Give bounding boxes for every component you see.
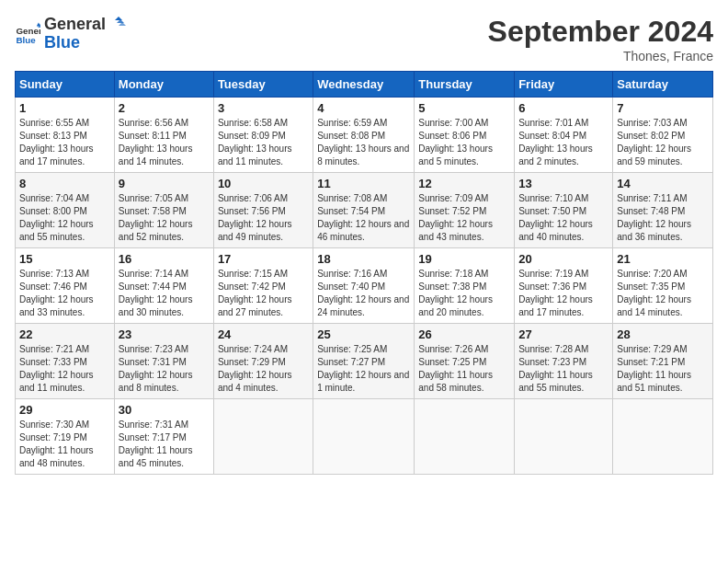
day-info: Sunrise: 7:14 AM Sunset: 7:44 PM Dayligh… xyxy=(119,268,210,319)
day-number: 9 xyxy=(119,177,210,190)
logo: General Blue General Blue xyxy=(15,15,126,52)
day-info: Sunrise: 7:23 AM Sunset: 7:31 PM Dayligh… xyxy=(119,343,210,395)
day-number: 17 xyxy=(218,252,309,266)
calendar-cell xyxy=(313,399,415,475)
day-number: 16 xyxy=(119,252,210,266)
day-number: 15 xyxy=(19,252,110,266)
day-number: 21 xyxy=(617,252,709,266)
day-info: Sunrise: 7:06 AM Sunset: 7:56 PM Dayligh… xyxy=(218,192,309,244)
calendar-cell xyxy=(213,399,313,475)
day-info: Sunrise: 7:13 AM Sunset: 7:46 PM Dayligh… xyxy=(19,268,110,319)
day-info: Sunrise: 7:28 AM Sunset: 7:23 PM Dayligh… xyxy=(518,343,609,395)
day-number: 8 xyxy=(19,177,110,190)
calendar-week-row: 29 Sunrise: 7:30 AM Sunset: 7:19 PM Dayl… xyxy=(16,399,713,475)
day-info: Sunrise: 7:03 AM Sunset: 8:02 PM Dayligh… xyxy=(617,117,709,168)
day-number: 11 xyxy=(317,177,410,190)
day-number: 5 xyxy=(418,101,510,115)
page-header: General Blue General Blue September 2024… xyxy=(15,15,713,63)
day-number: 29 xyxy=(19,403,110,417)
day-info: Sunrise: 6:55 AM Sunset: 8:13 PM Dayligh… xyxy=(19,117,110,168)
day-info: Sunrise: 7:15 AM Sunset: 7:42 PM Dayligh… xyxy=(218,268,309,319)
day-info: Sunrise: 7:09 AM Sunset: 7:52 PM Dayligh… xyxy=(418,192,510,244)
day-number: 28 xyxy=(617,327,709,341)
day-info: Sunrise: 7:21 AM Sunset: 7:33 PM Dayligh… xyxy=(19,343,110,395)
calendar-cell: 26 Sunrise: 7:26 AM Sunset: 7:25 PM Dayl… xyxy=(415,324,515,399)
calendar-cell: 1 Sunrise: 6:55 AM Sunset: 8:13 PM Dayli… xyxy=(16,98,115,173)
day-number: 13 xyxy=(518,177,609,190)
calendar-cell: 3 Sunrise: 6:58 AM Sunset: 8:09 PM Dayli… xyxy=(213,98,313,173)
calendar-cell: 23 Sunrise: 7:23 AM Sunset: 7:31 PM Dayl… xyxy=(114,324,213,399)
day-number: 14 xyxy=(617,177,709,190)
calendar-header-row: SundayMondayTuesdayWednesdayThursdayFrid… xyxy=(16,72,713,98)
day-info: Sunrise: 7:20 AM Sunset: 7:35 PM Dayligh… xyxy=(617,268,709,319)
calendar-cell xyxy=(613,399,713,475)
calendar-week-row: 15 Sunrise: 7:13 AM Sunset: 7:46 PM Dayl… xyxy=(16,248,713,324)
calendar-cell: 4 Sunrise: 6:59 AM Sunset: 8:08 PM Dayli… xyxy=(313,98,415,173)
day-number: 24 xyxy=(218,327,309,341)
location-title: Thones, France xyxy=(488,49,713,63)
day-number: 7 xyxy=(617,101,709,115)
day-info: Sunrise: 7:18 AM Sunset: 7:38 PM Dayligh… xyxy=(418,268,510,319)
day-number: 10 xyxy=(218,177,309,190)
month-title: September 2024 xyxy=(488,15,713,49)
calendar-week-row: 22 Sunrise: 7:21 AM Sunset: 7:33 PM Dayl… xyxy=(16,324,713,399)
calendar-cell: 6 Sunrise: 7:01 AM Sunset: 8:04 PM Dayli… xyxy=(515,98,613,173)
logo-icon: General Blue xyxy=(15,21,40,47)
day-info: Sunrise: 7:25 AM Sunset: 7:27 PM Dayligh… xyxy=(317,343,410,395)
header-tuesday: Tuesday xyxy=(213,72,313,98)
header-wednesday: Wednesday xyxy=(313,72,415,98)
day-number: 4 xyxy=(317,101,410,115)
calendar-table: SundayMondayTuesdayWednesdayThursdayFrid… xyxy=(15,71,713,475)
day-number: 1 xyxy=(19,101,110,115)
day-number: 18 xyxy=(317,252,410,266)
day-number: 22 xyxy=(19,327,110,341)
svg-marker-4 xyxy=(115,17,122,20)
day-info: Sunrise: 7:16 AM Sunset: 7:40 PM Dayligh… xyxy=(317,268,410,319)
day-number: 26 xyxy=(418,327,510,341)
header-saturday: Saturday xyxy=(613,72,713,98)
calendar-cell: 8 Sunrise: 7:04 AM Sunset: 8:00 PM Dayli… xyxy=(16,173,115,248)
calendar-cell: 25 Sunrise: 7:25 AM Sunset: 7:27 PM Dayl… xyxy=(313,324,415,399)
day-info: Sunrise: 7:04 AM Sunset: 8:00 PM Dayligh… xyxy=(19,192,110,244)
day-info: Sunrise: 7:31 AM Sunset: 7:17 PM Dayligh… xyxy=(119,419,210,470)
calendar-cell: 12 Sunrise: 7:09 AM Sunset: 7:52 PM Dayl… xyxy=(415,173,515,248)
calendar-cell: 22 Sunrise: 7:21 AM Sunset: 7:33 PM Dayl… xyxy=(16,324,115,399)
calendar-cell: 19 Sunrise: 7:18 AM Sunset: 7:38 PM Dayl… xyxy=(415,248,515,324)
calendar-cell: 15 Sunrise: 7:13 AM Sunset: 7:46 PM Dayl… xyxy=(16,248,115,324)
calendar-cell: 30 Sunrise: 7:31 AM Sunset: 7:17 PM Dayl… xyxy=(114,399,213,475)
day-number: 3 xyxy=(218,101,309,115)
title-area: September 2024 Thones, France xyxy=(488,15,713,63)
calendar-cell: 13 Sunrise: 7:10 AM Sunset: 7:50 PM Dayl… xyxy=(515,173,613,248)
day-info: Sunrise: 7:00 AM Sunset: 8:06 PM Dayligh… xyxy=(418,117,510,168)
calendar-cell: 9 Sunrise: 7:05 AM Sunset: 7:58 PM Dayli… xyxy=(114,173,213,248)
day-number: 12 xyxy=(418,177,510,190)
day-info: Sunrise: 7:26 AM Sunset: 7:25 PM Dayligh… xyxy=(418,343,510,395)
calendar-cell: 29 Sunrise: 7:30 AM Sunset: 7:19 PM Dayl… xyxy=(16,399,115,475)
day-info: Sunrise: 6:56 AM Sunset: 8:11 PM Dayligh… xyxy=(119,117,210,168)
calendar-cell: 11 Sunrise: 7:08 AM Sunset: 7:54 PM Dayl… xyxy=(313,173,415,248)
day-info: Sunrise: 7:11 AM Sunset: 7:48 PM Dayligh… xyxy=(617,192,709,244)
svg-text:Blue: Blue xyxy=(16,34,36,44)
day-number: 6 xyxy=(518,101,609,115)
header-friday: Friday xyxy=(515,72,613,98)
calendar-cell: 2 Sunrise: 6:56 AM Sunset: 8:11 PM Dayli… xyxy=(114,98,213,173)
day-info: Sunrise: 6:58 AM Sunset: 8:09 PM Dayligh… xyxy=(218,117,309,168)
header-sunday: Sunday xyxy=(16,72,115,98)
logo-arrow-icon xyxy=(106,17,126,37)
calendar-cell: 24 Sunrise: 7:24 AM Sunset: 7:29 PM Dayl… xyxy=(213,324,313,399)
calendar-cell: 17 Sunrise: 7:15 AM Sunset: 7:42 PM Dayl… xyxy=(213,248,313,324)
day-info: Sunrise: 7:10 AM Sunset: 7:50 PM Dayligh… xyxy=(518,192,609,244)
day-number: 19 xyxy=(418,252,510,266)
calendar-cell: 10 Sunrise: 7:06 AM Sunset: 7:56 PM Dayl… xyxy=(213,173,313,248)
day-number: 2 xyxy=(119,101,210,115)
calendar-week-row: 8 Sunrise: 7:04 AM Sunset: 8:00 PM Dayli… xyxy=(16,173,713,248)
calendar-cell: 20 Sunrise: 7:19 AM Sunset: 7:36 PM Dayl… xyxy=(515,248,613,324)
header-monday: Monday xyxy=(114,72,213,98)
day-info: Sunrise: 7:24 AM Sunset: 7:29 PM Dayligh… xyxy=(218,343,309,395)
calendar-cell: 27 Sunrise: 7:28 AM Sunset: 7:23 PM Dayl… xyxy=(515,324,613,399)
calendar-cell: 5 Sunrise: 7:00 AM Sunset: 8:06 PM Dayli… xyxy=(415,98,515,173)
calendar-cell: 14 Sunrise: 7:11 AM Sunset: 7:48 PM Dayl… xyxy=(613,173,713,248)
day-number: 30 xyxy=(119,403,210,417)
day-info: Sunrise: 7:05 AM Sunset: 7:58 PM Dayligh… xyxy=(119,192,210,244)
day-number: 20 xyxy=(518,252,609,266)
